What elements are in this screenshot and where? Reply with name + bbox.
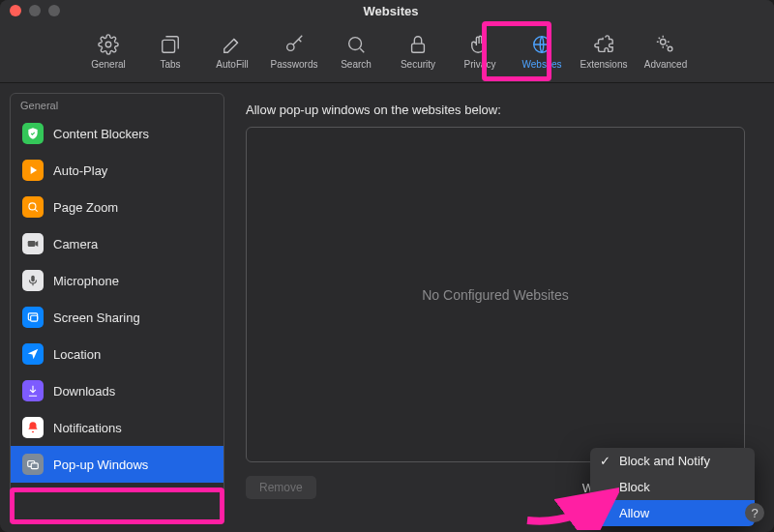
- search-icon: [345, 34, 367, 57]
- dropdown-option-label: Block: [619, 480, 650, 494]
- check-icon: ✓: [600, 454, 613, 468]
- tab-label: Security: [401, 59, 435, 70]
- sidebar-item-content-blockers[interactable]: Content Blockers: [11, 115, 223, 152]
- sidebar-item-label: Pop-up Windows: [53, 458, 148, 472]
- tab-label: General: [91, 59, 126, 70]
- preferences-window: Websites General Tabs AutoFill Passwords…: [0, 0, 774, 532]
- sidebar-item-label: Notifications: [53, 421, 122, 435]
- content-area: General Content Blockers Auto-Play Page …: [0, 83, 774, 532]
- dropdown-option-label: Block and Notify: [619, 454, 710, 468]
- screen-icon: [22, 307, 44, 328]
- svg-rect-1: [163, 40, 175, 52]
- sidebar-item-downloads[interactable]: Downloads: [11, 372, 223, 409]
- svg-rect-9: [28, 241, 36, 247]
- location-icon: [22, 343, 44, 365]
- sidebar-item-label: Camera: [53, 237, 98, 251]
- sidebar-item-label: Location: [53, 347, 101, 362]
- sidebar-section-header: General: [11, 94, 223, 115]
- tab-passwords[interactable]: Passwords: [263, 21, 325, 82]
- tab-security[interactable]: Security: [387, 21, 449, 82]
- svg-point-0: [105, 42, 111, 47]
- svg-point-3: [349, 38, 362, 50]
- titlebar: Websites: [0, 0, 774, 21]
- svg-rect-10: [31, 276, 35, 281]
- dropdown-option-allow[interactable]: Allow: [590, 500, 755, 526]
- zoom-icon: [22, 196, 44, 218]
- dropdown-option-block-notify[interactable]: ✓ Block and Notify: [590, 448, 755, 474]
- sidebar-item-label: Page Zoom: [53, 200, 118, 215]
- tab-autofill[interactable]: AutoFill: [201, 21, 263, 82]
- svg-point-7: [668, 46, 672, 51]
- puzzle-icon: [593, 34, 614, 57]
- dropdown-option-label: Allow: [619, 506, 649, 520]
- sidebar-item-camera[interactable]: Camera: [11, 225, 223, 262]
- tabs-icon: [160, 34, 181, 57]
- remove-button[interactable]: Remove: [246, 476, 316, 499]
- hand-icon: [469, 34, 491, 57]
- camera-icon: [22, 233, 44, 254]
- tab-label: Advanced: [644, 59, 687, 70]
- window-title: Websites: [17, 4, 764, 18]
- sidebar-item-label: Downloads: [53, 384, 115, 399]
- sidebar-item-location[interactable]: Location: [11, 336, 223, 372]
- tab-label: Search: [341, 59, 372, 70]
- svg-point-8: [29, 203, 36, 210]
- main-panel: Allow pop-up windows on the websites bel…: [236, 93, 764, 522]
- svg-rect-12: [31, 315, 38, 321]
- tab-label: Passwords: [271, 59, 318, 70]
- tab-privacy[interactable]: Privacy: [449, 21, 511, 82]
- other-websites-dropdown[interactable]: ✓ Block and Notify Block Allow: [590, 448, 755, 526]
- gear-icon: [98, 34, 119, 57]
- tab-label: Extensions: [580, 59, 628, 70]
- tab-websites[interactable]: Websites: [511, 21, 573, 82]
- tab-label: Websites: [522, 59, 562, 70]
- svg-point-6: [661, 40, 667, 45]
- sidebar-item-notifications[interactable]: Notifications: [11, 409, 223, 446]
- bell-icon: [22, 417, 44, 438]
- websites-listbox[interactable]: No Configured Websites: [246, 127, 745, 462]
- sidebar-item-label: Content Blockers: [53, 127, 149, 141]
- key-icon: [283, 34, 305, 57]
- sidebar-item-label: Auto-Play: [53, 163, 107, 178]
- tab-label: Tabs: [160, 59, 180, 70]
- windows-icon: [22, 454, 44, 475]
- gears-icon: [655, 34, 676, 57]
- panel-heading: Allow pop-up windows on the websites bel…: [246, 103, 745, 117]
- sidebar-item-label: Microphone: [53, 274, 119, 288]
- tab-label: AutoFill: [216, 59, 248, 70]
- help-button[interactable]: ?: [745, 503, 764, 522]
- tab-label: Privacy: [464, 59, 496, 70]
- tab-extensions[interactable]: Extensions: [573, 21, 635, 82]
- sidebar-item-microphone[interactable]: Microphone: [11, 262, 223, 299]
- lock-icon: [407, 34, 429, 57]
- svg-rect-4: [412, 44, 425, 52]
- shield-check-icon: [22, 123, 44, 144]
- tab-search[interactable]: Search: [325, 21, 387, 82]
- svg-rect-14: [31, 463, 38, 469]
- pencil-icon: [222, 34, 243, 57]
- download-icon: [22, 380, 44, 401]
- sidebar-item-label: Screen Sharing: [53, 310, 140, 325]
- sidebar-item-screen-sharing[interactable]: Screen Sharing: [11, 299, 223, 336]
- empty-state-text: No Configured Websites: [422, 287, 568, 303]
- play-icon: [22, 160, 44, 181]
- toolbar: General Tabs AutoFill Passwords Search S…: [0, 21, 774, 83]
- mic-icon: [22, 270, 44, 291]
- sidebar-item-popup-windows[interactable]: Pop-up Windows: [11, 446, 223, 483]
- sidebar: General Content Blockers Auto-Play Page …: [10, 93, 224, 522]
- globe-icon: [531, 34, 552, 57]
- sidebar-item-auto-play[interactable]: Auto-Play: [11, 152, 223, 189]
- sidebar-item-page-zoom[interactable]: Page Zoom: [11, 189, 223, 225]
- tab-general[interactable]: General: [77, 21, 139, 82]
- tab-advanced[interactable]: Advanced: [635, 21, 697, 82]
- tab-tabs[interactable]: Tabs: [139, 21, 201, 82]
- dropdown-option-block[interactable]: Block: [590, 474, 755, 500]
